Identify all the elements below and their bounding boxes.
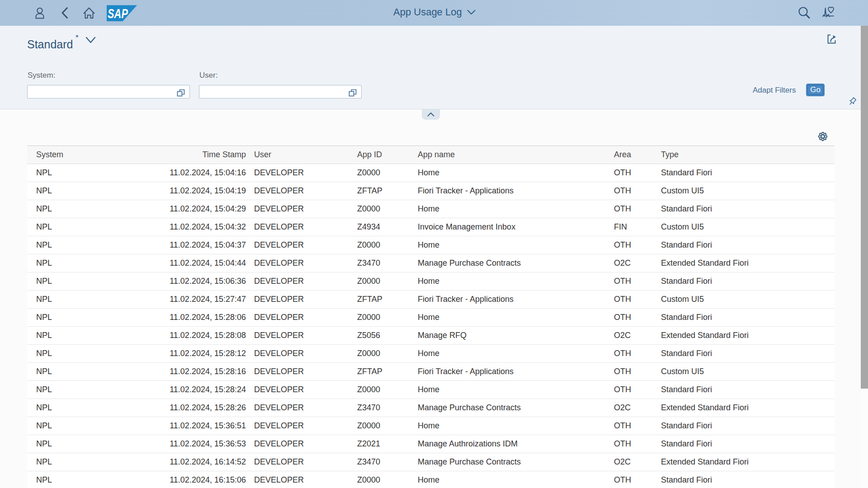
svg-text:SAP: SAP bbox=[108, 6, 128, 21]
